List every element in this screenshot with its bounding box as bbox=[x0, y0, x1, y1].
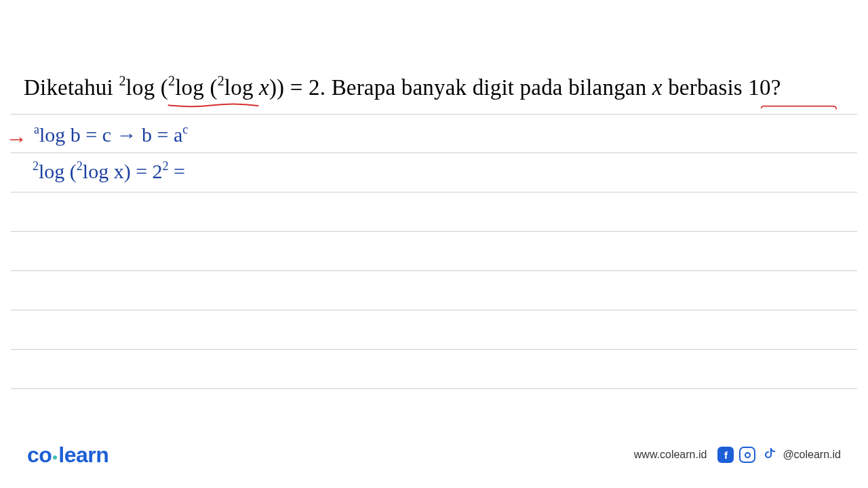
rule-line bbox=[11, 114, 857, 115]
rule-line bbox=[11, 231, 857, 232]
rule-line bbox=[11, 192, 857, 192]
logo-dot-icon bbox=[53, 455, 57, 460]
question-rest: Berapa banyak digit pada bilangan bbox=[332, 75, 652, 100]
brand-logo: colearn bbox=[27, 443, 108, 468]
handwritten-step: 2log (2log x) = 22 = bbox=[33, 160, 185, 183]
red-underline-1 bbox=[157, 103, 269, 108]
rule-line bbox=[11, 310, 857, 310]
rule-body: log b = c → b = a bbox=[39, 123, 182, 146]
var-x-2: x bbox=[652, 75, 663, 100]
instagram-icon bbox=[739, 447, 755, 463]
rule-line bbox=[11, 152, 857, 153]
rule-line bbox=[11, 270, 857, 271]
logo-part-1: co bbox=[27, 443, 52, 467]
log-word-3: log bbox=[224, 75, 259, 100]
sup-2-b: 2 bbox=[168, 73, 175, 88]
sup-2-hw3: 2 bbox=[163, 159, 169, 173]
tiktok-icon bbox=[761, 447, 777, 463]
hw-body-2: log x) = 2 bbox=[83, 160, 163, 182]
sup-2-hw2: 2 bbox=[77, 159, 83, 173]
paren-open: ( bbox=[155, 75, 168, 100]
social-handle: @colearn.id bbox=[783, 449, 841, 461]
hw-tail: = bbox=[169, 160, 185, 182]
log-word-2: log ( bbox=[175, 75, 217, 100]
handwritten-rule: alog b = c → b = ac bbox=[34, 123, 188, 146]
log-word-1: log bbox=[126, 75, 155, 100]
question-tail: berbasis 10? bbox=[663, 75, 781, 100]
text-prefix: Diketahui bbox=[24, 75, 119, 100]
sup-c: c bbox=[182, 123, 188, 136]
red-arrow-icon: → bbox=[5, 126, 27, 151]
red-underline-2 bbox=[741, 104, 856, 110]
rule-line bbox=[11, 349, 857, 350]
social-icons: f @colearn.id bbox=[717, 447, 841, 463]
footer: colearn www.colearn.id f @colearn.id bbox=[0, 434, 868, 488]
sup-2-hw1: 2 bbox=[33, 159, 39, 173]
var-x: x bbox=[259, 75, 269, 100]
whiteboard-area: Diketahui 2log (2log (2log x)) = 2. Bera… bbox=[0, 0, 868, 488]
sup-a: a bbox=[34, 123, 39, 136]
expr-close: )) = 2. bbox=[269, 75, 332, 100]
problem-statement: Diketahui 2log (2log (2log x)) = 2. Bera… bbox=[24, 75, 858, 100]
rule-line bbox=[11, 388, 857, 389]
footer-right: www.colearn.id f @colearn.id bbox=[634, 447, 841, 463]
logo-part-2: learn bbox=[58, 443, 108, 467]
hw-body-1: log ( bbox=[39, 160, 77, 182]
website-url: www.colearn.id bbox=[634, 449, 707, 461]
facebook-icon: f bbox=[717, 447, 734, 463]
sup-2-a: 2 bbox=[119, 73, 125, 88]
sup-2-c: 2 bbox=[218, 73, 224, 88]
